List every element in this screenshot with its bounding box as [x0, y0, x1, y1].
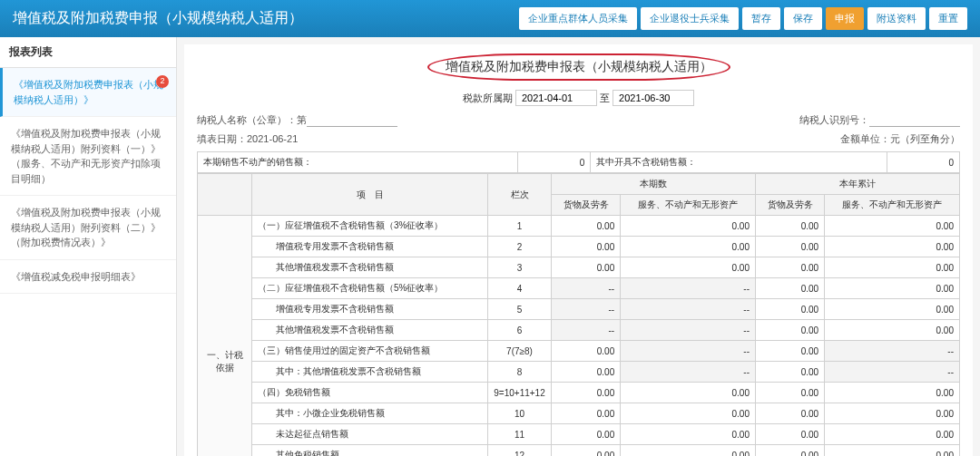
- value-cell[interactable]: 0.00: [552, 362, 621, 383]
- value-cell[interactable]: 0.00: [755, 278, 824, 299]
- value-cell: --: [621, 320, 756, 341]
- value-cell[interactable]: 0.00: [755, 299, 824, 320]
- col-lane: 栏次: [488, 174, 552, 216]
- row-lane: 8: [488, 362, 552, 383]
- value-cell[interactable]: 0.00: [552, 445, 621, 457]
- value-cell[interactable]: 0.00: [755, 424, 824, 445]
- value-cell[interactable]: 0.00: [755, 383, 824, 403]
- value-cell[interactable]: 0.00: [552, 341, 621, 362]
- row-name: 其他免税销售额: [252, 445, 488, 457]
- value-cell[interactable]: 0.00: [552, 257, 621, 278]
- row-name: 其中：小微企业免税销售额: [252, 403, 488, 424]
- header-btn-5[interactable]: 附送资料: [867, 7, 926, 30]
- value-cell[interactable]: 0.00: [825, 257, 960, 278]
- header-actions: 企业重点群体人员采集企业退役士兵采集暂存保存申报附送资料重置: [519, 7, 967, 30]
- value-cell[interactable]: 0.00: [755, 216, 824, 237]
- col-year-sub1: 货物及劳务: [755, 195, 824, 216]
- value-cell[interactable]: 0.00: [621, 445, 756, 457]
- col-item: 项 目: [252, 174, 488, 216]
- category-1: 一、计税依据: [198, 216, 252, 457]
- table-row: 其中：其他增值税发票不含税销售额80.00--0.00--: [198, 362, 960, 383]
- header-btn-2[interactable]: 暂存: [742, 7, 780, 30]
- sidebar-item-0[interactable]: 《增值税及附加税费申报表（小规模纳税人适用）》2: [0, 68, 176, 117]
- header-btn-3[interactable]: 保存: [784, 7, 822, 30]
- top-value-b[interactable]: 0: [887, 152, 960, 173]
- sidebar-item-1[interactable]: 《增值税及附加税费申报表（小规模纳税人适用）附列资料（一）》（服务、不动产和无形…: [0, 117, 176, 196]
- row-name: （四）免税销售额: [252, 383, 488, 403]
- table-row: （二）应征增值税不含税销售额（5%征收率）4----0.000.00: [198, 278, 960, 299]
- value-cell[interactable]: 0.00: [825, 445, 960, 457]
- value-cell[interactable]: 0.00: [755, 237, 824, 257]
- row-lane: 10: [488, 403, 552, 424]
- value-cell[interactable]: 0.00: [825, 278, 960, 299]
- taxpayer-name-label: 纳税人名称（公章）：第: [197, 114, 307, 125]
- value-cell[interactable]: 0.00: [552, 383, 621, 403]
- value-cell[interactable]: 0.00: [552, 403, 621, 424]
- col-cur-sub2: 服务、不动产和无形资产: [621, 195, 756, 216]
- value-cell: --: [552, 299, 621, 320]
- value-cell[interactable]: 0.00: [621, 216, 756, 237]
- row-lane: 2: [488, 237, 552, 257]
- header-btn-6[interactable]: 重置: [929, 7, 967, 30]
- value-cell[interactable]: 0.00: [621, 257, 756, 278]
- taxpayer-id-label: 纳税人识别号：: [799, 114, 869, 125]
- value-cell[interactable]: 0.00: [825, 383, 960, 403]
- value-cell[interactable]: 0.00: [621, 424, 756, 445]
- row-name: 其他增值税发票不含税销售额: [252, 257, 488, 278]
- main-table: 项 目 栏次 本期数 本年累计 货物及劳务 服务、不动产和无形资产 货物及劳务 …: [197, 173, 960, 456]
- row-lane: 7(7≥8): [488, 341, 552, 362]
- value-cell[interactable]: 0.00: [755, 320, 824, 341]
- header-btn-0[interactable]: 企业重点群体人员采集: [519, 7, 637, 30]
- top-label-b: 其中开具不含税销售额：: [591, 152, 887, 173]
- col-cur-sub1: 货物及劳务: [552, 195, 621, 216]
- value-cell: --: [825, 341, 960, 362]
- taxpayer-name-input[interactable]: [307, 113, 397, 127]
- period-to-input[interactable]: [612, 90, 694, 106]
- value-cell[interactable]: 0.00: [552, 237, 621, 257]
- unit-label: 金额单位：元（列至角分）: [840, 132, 960, 146]
- col-current: 本期数: [552, 174, 756, 195]
- value-cell[interactable]: 0.00: [621, 237, 756, 257]
- value-cell[interactable]: 0.00: [825, 299, 960, 320]
- sidebar-head: 报表列表: [0, 37, 176, 68]
- header-btn-4[interactable]: 申报: [826, 7, 864, 30]
- header-btn-1[interactable]: 企业退役士兵采集: [641, 7, 739, 30]
- table-row: 其他增值税发票不含税销售额6----0.000.00: [198, 320, 960, 341]
- value-cell[interactable]: 0.00: [755, 403, 824, 424]
- value-cell[interactable]: 0.00: [755, 445, 824, 457]
- row-lane: 3: [488, 257, 552, 278]
- value-cell[interactable]: 0.00: [552, 424, 621, 445]
- taxpayer-id-input[interactable]: [869, 113, 960, 127]
- table-row: 其中：小微企业免税销售额100.000.000.000.00: [198, 403, 960, 424]
- app-title: 增值税及附加税费申报（小规模纳税人适用）: [13, 9, 303, 28]
- table-row: 未达起征点销售额110.000.000.000.00: [198, 424, 960, 445]
- value-cell[interactable]: 0.00: [755, 341, 824, 362]
- value-cell[interactable]: 0.00: [552, 216, 621, 237]
- fill-date-label: 填表日期：: [197, 133, 247, 144]
- sidebar-item-3[interactable]: 《增值税减免税申报明细表》: [0, 260, 176, 295]
- value-cell: --: [621, 278, 756, 299]
- value-cell[interactable]: 0.00: [825, 424, 960, 445]
- row-name: 增值税专用发票不含税销售额: [252, 299, 488, 320]
- table-row: 其他增值税发票不含税销售额30.000.000.000.00: [198, 257, 960, 278]
- sidebar-item-2[interactable]: 《增值税及附加税费申报表（小规模纳税人适用）附列资料（二）》（附加税费情况表）》: [0, 196, 176, 260]
- period-from-input[interactable]: [515, 90, 597, 106]
- value-cell[interactable]: 0.00: [825, 403, 960, 424]
- value-cell[interactable]: 0.00: [621, 403, 756, 424]
- value-cell[interactable]: 0.00: [621, 383, 756, 403]
- form-title: 增值税及附加税费申报表（小规模纳税人适用）: [427, 53, 730, 81]
- value-cell[interactable]: 0.00: [825, 216, 960, 237]
- row-name: 未达起征点销售额: [252, 424, 488, 445]
- app-header: 增值税及附加税费申报（小规模纳税人适用） 企业重点群体人员采集企业退役士兵采集暂…: [0, 0, 980, 37]
- value-cell[interactable]: 0.00: [825, 237, 960, 257]
- badge-icon: 2: [156, 75, 169, 88]
- table-row: 其他免税销售额120.000.000.000.00: [198, 445, 960, 457]
- value-cell[interactable]: 0.00: [755, 362, 824, 383]
- value-cell[interactable]: 0.00: [825, 320, 960, 341]
- top-value-a[interactable]: 0: [518, 152, 591, 173]
- col-year-sub2: 服务、不动产和无形资产: [825, 195, 960, 216]
- main-panel: 增值税及附加税费申报表（小规模纳税人适用） 税款所属期 至 纳税人名称（公章）：…: [184, 44, 973, 456]
- table-row: 一、计税依据（一）应征增值税不含税销售额（3%征收率）10.000.000.00…: [198, 216, 960, 237]
- row-lane: 9=10+11+12: [488, 383, 552, 403]
- value-cell[interactable]: 0.00: [755, 257, 824, 278]
